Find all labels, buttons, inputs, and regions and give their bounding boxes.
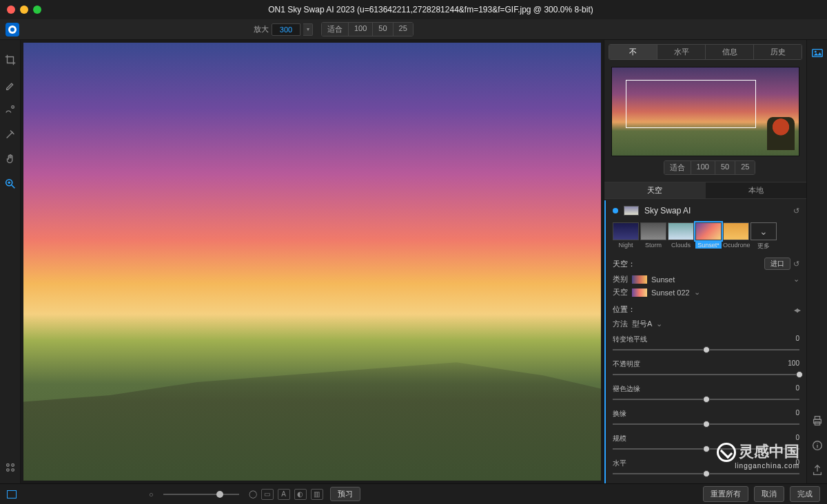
slider-horizon-thumb[interactable] bbox=[703, 346, 710, 353]
slider-repl-thumb[interactable] bbox=[703, 421, 710, 428]
preset-row: Night Storm Clouds Sunset* Ocudrone ⌄更多 bbox=[613, 222, 799, 251]
slider-horiz-track[interactable] bbox=[613, 470, 799, 478]
slider-fade-thumb[interactable] bbox=[703, 396, 710, 403]
done-button[interactable]: 完成 bbox=[790, 486, 820, 502]
brush-size-slider[interactable] bbox=[163, 490, 239, 498]
preset-ocudrone[interactable]: Ocudrone bbox=[723, 222, 749, 251]
slider-scale-thumb[interactable] bbox=[703, 445, 710, 452]
tab-history[interactable]: 历史 bbox=[754, 45, 802, 59]
svg-point-1 bbox=[10, 28, 14, 32]
nav-zoom-fit[interactable]: 适合 bbox=[664, 161, 691, 174]
preset-night[interactable]: Night bbox=[613, 222, 639, 251]
subtab-local[interactable]: 本地 bbox=[706, 182, 807, 199]
zoom-25-button[interactable]: 25 bbox=[394, 23, 413, 36]
refine-tool-icon[interactable] bbox=[4, 128, 17, 140]
chevron-down-icon[interactable]: ⌄ bbox=[656, 319, 662, 328]
category-row[interactable]: 类别 Sunset ⌄ bbox=[613, 274, 799, 284]
nav-zoom-25[interactable]: 25 bbox=[735, 161, 755, 174]
export-icon[interactable] bbox=[811, 464, 824, 476]
sky-reset-icon[interactable]: ↺ bbox=[793, 260, 799, 269]
zoom-100-button[interactable]: 100 bbox=[349, 23, 373, 36]
view-mode-compare-icon[interactable]: ▥ bbox=[311, 489, 323, 500]
tab-levels[interactable]: 水平 bbox=[657, 45, 706, 59]
print-icon[interactable] bbox=[811, 414, 824, 427]
preview-button[interactable]: 预习 bbox=[330, 487, 360, 501]
navigator-image[interactable] bbox=[611, 67, 799, 156]
slider-horizon-value: 0 bbox=[795, 335, 799, 344]
tab-info[interactable]: 信息 bbox=[706, 45, 754, 59]
zoom-dropdown[interactable]: ▾ bbox=[303, 23, 313, 36]
view-mode-label-icon[interactable]: A bbox=[278, 489, 290, 500]
crop-tool-icon[interactable] bbox=[4, 54, 17, 66]
slider-opacity: 不透明度100 bbox=[613, 359, 799, 379]
zoom-input[interactable] bbox=[272, 23, 300, 36]
slider-opacity-track[interactable] bbox=[613, 370, 799, 379]
import-button[interactable]: 进口 bbox=[764, 258, 790, 270]
view-mode-split-icon[interactable]: ◐ bbox=[294, 489, 307, 500]
position-arrows-icon[interactable]: ◂▸ bbox=[794, 305, 799, 315]
zoom-fit-button[interactable]: 适合 bbox=[322, 23, 349, 36]
minimize-icon[interactable] bbox=[20, 6, 28, 14]
category-chip-icon bbox=[632, 275, 647, 284]
sky-section-header: 天空： 进口 ↺ bbox=[613, 258, 799, 270]
slider-fade-value: 0 bbox=[795, 384, 799, 394]
preset-more[interactable]: ⌄更多 bbox=[751, 222, 777, 251]
slider-scale-value: 0 bbox=[795, 434, 799, 443]
panel-top-tabs: 不 水平 信息 历史 bbox=[609, 44, 802, 60]
softproof-icon[interactable] bbox=[7, 490, 17, 498]
slider-horiz-value: 0 bbox=[795, 459, 799, 468]
app-logo-icon bbox=[6, 23, 19, 36]
slider-scale-track[interactable] bbox=[613, 445, 799, 453]
preset-clouds[interactable]: Clouds bbox=[668, 222, 694, 251]
effect-enabled-icon[interactable] bbox=[613, 208, 618, 213]
svg-rect-11 bbox=[815, 417, 819, 420]
chevron-down-icon[interactable]: ⌄ bbox=[793, 275, 799, 284]
view-mode-single-icon[interactable]: ▭ bbox=[261, 489, 274, 500]
svg-point-4 bbox=[6, 464, 9, 467]
preset-sunset[interactable]: Sunset* bbox=[695, 222, 722, 251]
svg-rect-8 bbox=[812, 50, 821, 57]
slider-horiz-thumb[interactable] bbox=[703, 470, 710, 477]
slider-fade-track[interactable] bbox=[613, 395, 799, 403]
chevron-down-icon[interactable]: ⌄ bbox=[694, 288, 700, 297]
slider-opacity-label: 不透明度 bbox=[613, 359, 640, 369]
position-section-header: 位置： ◂▸ bbox=[613, 304, 799, 315]
zoom-50-button[interactable]: 50 bbox=[373, 23, 393, 36]
nav-zoom-100[interactable]: 100 bbox=[691, 161, 715, 174]
hand-tool-icon[interactable] bbox=[4, 153, 17, 165]
brush-size-dec-icon[interactable]: ○ bbox=[149, 490, 154, 498]
titlebar: ON1 Sky Swap AI 2023 (u=613642211,272828… bbox=[0, 0, 827, 19]
tab-nav[interactable]: 不 bbox=[609, 45, 657, 59]
slider-opacity-thumb[interactable] bbox=[796, 371, 803, 378]
preset-storm[interactable]: Storm bbox=[640, 222, 666, 251]
info2-icon[interactable] bbox=[811, 439, 824, 452]
window-title: ON1 Sky Swap AI 2023 (u=613642211,272828… bbox=[41, 5, 820, 14]
method-row[interactable]: 方法 型号A ⌄ bbox=[613, 319, 799, 329]
mask-brush-tool-icon[interactable] bbox=[4, 103, 17, 116]
zoom-tool-icon[interactable] bbox=[4, 178, 17, 190]
effect-header: Sky Swap AI ↺ bbox=[613, 206, 799, 216]
slider-repl-track[interactable] bbox=[613, 420, 799, 428]
nav-zoom-50[interactable]: 50 bbox=[715, 161, 735, 174]
right-toolbar bbox=[806, 40, 827, 483]
slider-horizon-label: 转变地平线 bbox=[613, 335, 647, 344]
effect-reset-icon[interactable]: ↺ bbox=[793, 207, 799, 216]
photo-panel-icon[interactable] bbox=[811, 47, 824, 59]
maximize-icon[interactable] bbox=[33, 6, 41, 14]
top-toolbar: 放大 ▾ 适合 100 50 25 bbox=[0, 19, 827, 40]
brush-size-inc-icon[interactable]: ◯ bbox=[249, 490, 257, 498]
reset-all-button[interactable]: 重置所有 bbox=[703, 486, 748, 502]
sky-value: Sunset 022 bbox=[651, 288, 690, 297]
cancel-button[interactable]: 取消 bbox=[754, 486, 784, 502]
close-icon[interactable] bbox=[7, 6, 15, 14]
subtab-sky[interactable]: 天空 bbox=[604, 182, 706, 199]
brush-tool-icon[interactable] bbox=[4, 78, 17, 91]
settings-icon[interactable] bbox=[4, 461, 17, 474]
slider-repl: 换缘0 bbox=[613, 409, 799, 428]
category-label: 类别 bbox=[613, 274, 628, 284]
canvas-area[interactable] bbox=[21, 40, 604, 483]
slider-horizon-track[interactable] bbox=[613, 346, 799, 354]
sky-row[interactable]: 天空 Sunset 022 ⌄ bbox=[613, 287, 799, 297]
sky-section-label: 天空： bbox=[613, 259, 635, 269]
svg-point-2 bbox=[11, 106, 14, 109]
